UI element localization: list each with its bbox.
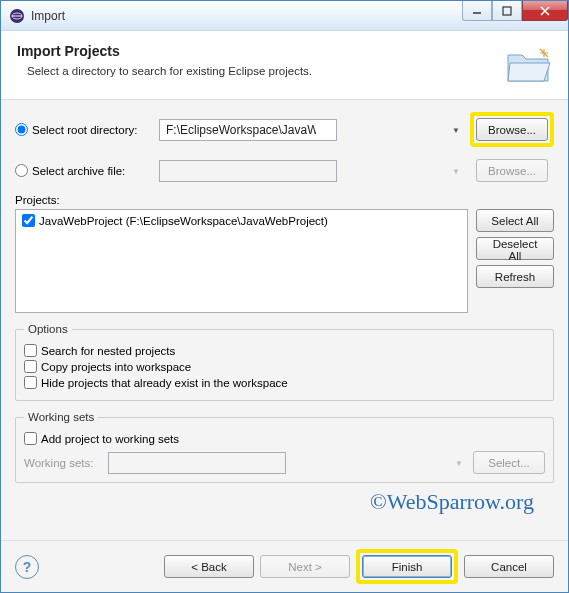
root-directory-row: Select root directory: ▼ Browse... [15, 112, 554, 147]
import-dialog: Import Import Projects Select a director… [0, 0, 569, 593]
nested-checkbox[interactable] [24, 344, 37, 357]
working-sets-combo: ▼ [108, 452, 467, 474]
projects-list[interactable]: JavaWebProject (F:\EclipseWorkspace\Java… [15, 209, 468, 313]
archive-file-row: Select archive file: ▼ Browse... [15, 153, 554, 188]
folder-icon [504, 45, 552, 85]
root-directory-input[interactable] [159, 119, 337, 141]
page-title: Import Projects [17, 43, 312, 59]
options-legend: Options [24, 323, 72, 335]
window-controls [462, 1, 568, 21]
archive-file-input [159, 160, 337, 182]
working-sets-group: Working sets Add project to working sets… [15, 411, 554, 483]
projects-label: Projects: [15, 194, 554, 206]
highlight-finish: Finish [356, 549, 458, 584]
project-label: JavaWebProject (F:\EclipseWorkspace\Java… [39, 215, 328, 227]
eclipse-icon [9, 8, 25, 24]
working-sets-legend: Working sets [24, 411, 98, 423]
browse-archive-button: Browse... [476, 159, 548, 182]
root-directory-combo[interactable]: ▼ [159, 119, 464, 141]
working-sets-label: Working sets: [24, 457, 102, 469]
titlebar[interactable]: Import [1, 1, 568, 31]
dialog-content: Select root directory: ▼ Browse... Selec… [1, 100, 568, 540]
hide-checkbox[interactable] [24, 376, 37, 389]
root-directory-radio-input[interactable] [15, 123, 28, 136]
chevron-down-icon: ▼ [452, 166, 460, 175]
select-all-button[interactable]: Select All [476, 209, 554, 232]
dialog-header: Import Projects Select a directory to se… [1, 31, 568, 100]
deselect-all-button[interactable]: Deselect All [476, 237, 554, 260]
browse-root-button[interactable]: Browse... [476, 118, 548, 141]
archive-file-radio[interactable]: Select archive file: [15, 164, 153, 177]
add-working-sets-checkbox[interactable] [24, 432, 37, 445]
maximize-button[interactable] [492, 1, 522, 21]
svg-rect-3 [503, 7, 511, 15]
chevron-down-icon: ▼ [452, 125, 460, 134]
copy-checkbox-row[interactable]: Copy projects into workspace [24, 360, 545, 373]
copy-checkbox[interactable] [24, 360, 37, 373]
close-button[interactable] [522, 1, 568, 21]
page-subtitle: Select a directory to search for existin… [27, 65, 312, 77]
add-working-sets-row[interactable]: Add project to working sets [24, 432, 545, 445]
list-item[interactable]: JavaWebProject (F:\EclipseWorkspace\Java… [22, 214, 461, 227]
cancel-button[interactable]: Cancel [464, 555, 554, 578]
root-directory-radio[interactable]: Select root directory: [15, 123, 153, 136]
hide-checkbox-row[interactable]: Hide projects that already exist in the … [24, 376, 545, 389]
archive-file-combo: ▼ [159, 160, 464, 182]
next-button: Next > [260, 555, 350, 578]
archive-file-radio-input[interactable] [15, 164, 28, 177]
dialog-footer: ? < Back Next > Finish Cancel [1, 540, 568, 592]
finish-button[interactable]: Finish [362, 555, 452, 578]
help-button[interactable]: ? [15, 555, 39, 579]
back-button[interactable]: < Back [164, 555, 254, 578]
refresh-button[interactable]: Refresh [476, 265, 554, 288]
highlight-browse: Browse... [470, 112, 554, 147]
nested-checkbox-row[interactable]: Search for nested projects [24, 344, 545, 357]
watermark: ©WebSparrow.org [15, 483, 554, 515]
select-working-sets-button: Select... [473, 451, 545, 474]
options-group: Options Search for nested projects Copy … [15, 323, 554, 401]
working-sets-input [108, 452, 286, 474]
minimize-button[interactable] [462, 1, 492, 21]
project-checkbox[interactable] [22, 214, 35, 227]
window-title: Import [31, 9, 65, 23]
chevron-down-icon: ▼ [455, 458, 463, 467]
